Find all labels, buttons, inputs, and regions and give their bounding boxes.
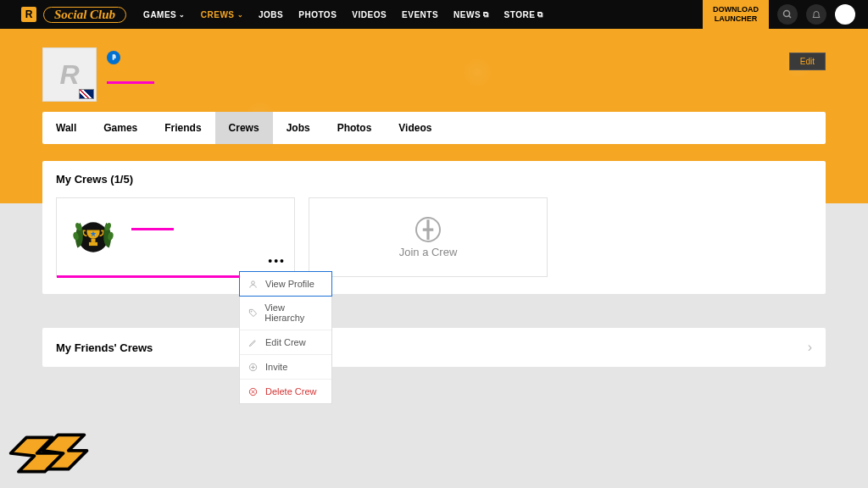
svg-point-0 (784, 11, 790, 17)
dropdown-invite[interactable]: Invite (240, 355, 331, 380)
header-right: DOWNLOAD LAUNCHER (703, 0, 855, 29)
profile-username (107, 81, 154, 84)
friends-crews-title: My Friends' Crews (56, 341, 153, 354)
profile-avatar[interactable]: R (42, 47, 97, 102)
nav-jobs[interactable]: JOBS (259, 10, 283, 19)
join-crew-card[interactable]: ╋ Join a Crew (309, 197, 548, 277)
dropdown-view-hierarchy[interactable]: View Hierarchy (240, 296, 331, 330)
playstation-badge-icon (107, 51, 120, 64)
crew-card[interactable]: ••• (56, 197, 295, 277)
download-line2: LAUNCHER (715, 14, 758, 24)
edit-profile-button[interactable]: Edit (789, 53, 826, 70)
crew-info (131, 228, 174, 247)
dropdown-item-label: Edit Crew (265, 337, 306, 347)
rockstar-logo-icon[interactable]: R (21, 7, 36, 22)
svg-point-10 (252, 280, 255, 284)
crews-row: ••• ╋ Join a Crew (56, 197, 812, 277)
tab-games[interactable]: Games (90, 112, 151, 144)
dropdown-delete-crew[interactable]: Delete Crew (240, 380, 331, 403)
crew-emblem-icon (67, 211, 120, 263)
crew-more-button[interactable]: ••• (268, 254, 286, 268)
user-avatar-button[interactable] (835, 4, 855, 25)
my-crews-title: My Crews (1/5) (56, 173, 812, 186)
nav-games[interactable]: GAMES⌄ (143, 10, 186, 19)
chevron-right-icon: › (808, 340, 812, 355)
friends-crews-panel[interactable]: My Friends' Crews › (42, 328, 826, 367)
user-icon (248, 280, 259, 289)
profile-tabs: WallGamesFriendsCrewsJobsPhotosVideos (42, 112, 826, 144)
download-line1: DOWNLOAD (713, 5, 759, 14)
dropdown-view-profile[interactable]: View Profile (239, 271, 332, 297)
notifications-icon[interactable] (806, 4, 826, 25)
nav-news[interactable]: NEWS⧉ (453, 10, 489, 19)
profile-info (107, 51, 154, 84)
tab-wall[interactable]: Wall (42, 112, 90, 144)
join-crew-label: Join a Crew (399, 246, 458, 258)
nav-videos[interactable]: VIDEOS (352, 10, 387, 19)
chevron-down-icon: ⌄ (179, 11, 186, 19)
nav-events[interactable]: EVENTS (402, 10, 438, 19)
dropdown-edit-crew[interactable]: Edit Crew (240, 330, 331, 355)
x-circle-icon (248, 387, 259, 396)
download-launcher-button[interactable]: DOWNLOAD LAUNCHER (703, 0, 769, 29)
plus-circle-icon (248, 363, 259, 372)
tab-crews[interactable]: Crews (215, 112, 273, 144)
plus-circle-icon: ╋ (415, 217, 441, 242)
tab-jobs[interactable]: Jobs (273, 112, 324, 144)
nav-links: GAMES⌄CREWS⌄JOBSPHOTOSVIDEOSEVENTSNEWS⧉S… (143, 10, 543, 19)
tab-friends[interactable]: Friends (151, 112, 214, 144)
nav-photos[interactable]: PHOTOS (298, 10, 337, 19)
tag-icon (248, 308, 258, 318)
nav-store[interactable]: STORE⧉ (504, 10, 543, 19)
pencil-icon (248, 338, 259, 347)
country-flag-icon (79, 89, 94, 99)
external-link-icon: ⧉ (537, 10, 543, 19)
avatar-placeholder-icon: R (59, 59, 79, 91)
tab-videos[interactable]: Videos (385, 112, 445, 144)
external-link-icon: ⧉ (483, 10, 489, 19)
social-club-logo[interactable]: Social Club (43, 7, 126, 23)
dropdown-item-label: Delete Crew (265, 386, 317, 396)
tab-photos[interactable]: Photos (324, 112, 386, 144)
dropdown-item-label: Invite (265, 362, 287, 372)
watermark-logo-icon (5, 427, 90, 483)
svg-line-1 (789, 16, 792, 19)
top-header: R Social Club GAMES⌄CREWS⌄JOBSPHOTOSVIDE… (0, 0, 868, 29)
my-crews-panel: My Crews (1/5) (42, 161, 826, 294)
chevron-down-icon: ⌄ (237, 11, 244, 19)
search-icon[interactable] (777, 4, 798, 25)
content-area: WallGamesFriendsCrewsJobsPhotosVideos My… (42, 112, 826, 367)
dropdown-item-label: View Hierarchy (264, 302, 323, 323)
crew-name (131, 228, 174, 230)
svg-point-11 (251, 311, 252, 312)
profile-area: R (42, 47, 154, 102)
dropdown-item-label: View Profile (265, 279, 314, 289)
crew-actions-dropdown: View ProfileView HierarchyEdit CrewInvit… (239, 271, 332, 404)
nav-crews[interactable]: CREWS⌄ (201, 10, 243, 19)
